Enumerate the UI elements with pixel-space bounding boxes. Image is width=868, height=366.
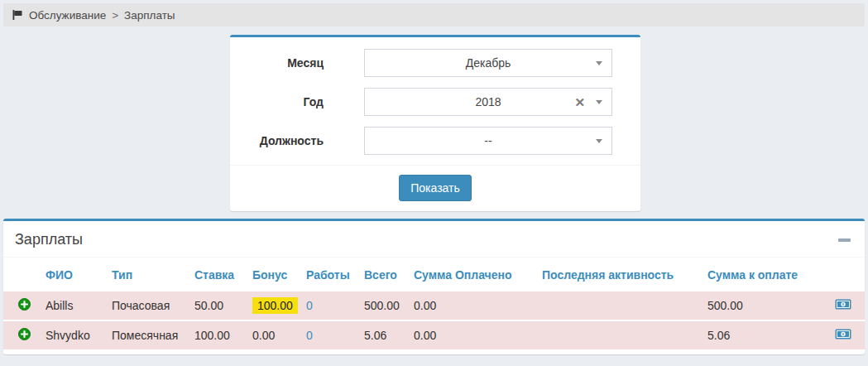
chevron-down-icon: [596, 100, 602, 104]
bonus-highlight: 100.00: [252, 297, 298, 314]
salaries-panel: Зарплаты ФИО Тип Ставка Бонус Работы Все…: [3, 219, 865, 354]
year-select[interactable]: 2018 ✕: [364, 88, 612, 116]
breadcrumb: Обслуживание > Зарплаты: [3, 3, 865, 26]
works-link[interactable]: 0: [306, 329, 313, 342]
position-select-value: --: [484, 134, 492, 147]
pay-money-icon[interactable]: [835, 299, 851, 310]
cell-last-activity: [542, 320, 707, 349]
header-type[interactable]: Тип: [112, 258, 194, 291]
breadcrumb-item-salaries: Зарплаты: [124, 9, 175, 22]
field-row-position: Должность --: [230, 127, 640, 155]
header-actions: [827, 258, 865, 291]
header-rate[interactable]: Ставка: [194, 258, 252, 291]
header-paid[interactable]: Сумма Оплачено: [414, 258, 542, 291]
field-row-year: Год 2018 ✕: [230, 88, 640, 116]
cell-bonus: 0.00: [252, 320, 306, 349]
field-row-month: Месяц Декабрь: [230, 49, 640, 77]
year-label: Год: [230, 95, 324, 108]
table-row: Abills Почасовая 50.00 100.00 0 500.00 0…: [3, 291, 865, 320]
position-label: Должность: [230, 134, 324, 147]
salaries-table: ФИО Тип Ставка Бонус Работы Всего Сумма …: [3, 258, 865, 349]
table-header-row: ФИО Тип Ставка Бонус Работы Всего Сумма …: [3, 258, 865, 291]
cell-to-pay: 500.00: [707, 291, 827, 320]
cell-type: Помесячная: [112, 320, 194, 349]
chevron-down-icon: [596, 139, 602, 143]
filter-panel: Месяц Декабрь Год 2018 ✕ Должность -- По…: [230, 35, 640, 211]
breadcrumb-item-maintenance[interactable]: Обслуживание: [29, 9, 106, 22]
salaries-panel-heading: Зарплаты: [3, 221, 865, 258]
works-link[interactable]: 0: [306, 299, 313, 312]
month-select[interactable]: Декабрь: [364, 49, 612, 77]
cell-works: 0: [306, 291, 364, 320]
table-row: Shvydko Помесячная 100.00 0.00 0 5.06 0.…: [3, 320, 865, 349]
header-expand: [3, 258, 46, 291]
filter-footer: Показать: [230, 165, 640, 211]
chevron-down-icon: [596, 61, 602, 65]
cell-rate: 100.00: [194, 320, 252, 349]
cell-paid: 0.00: [414, 320, 542, 349]
cell-bonus: 100.00: [252, 291, 306, 320]
pay-money-icon[interactable]: [835, 329, 851, 340]
year-select-value: 2018: [475, 95, 501, 108]
minus-icon: [838, 238, 851, 242]
header-works[interactable]: Работы: [306, 258, 364, 291]
expand-plus-icon[interactable]: [18, 298, 31, 311]
header-fio[interactable]: ФИО: [46, 258, 112, 291]
cell-type: Почасовая: [112, 291, 194, 320]
cell-paid: 0.00: [414, 291, 542, 320]
cell-fio: Abills: [46, 291, 112, 320]
breadcrumb-separator: >: [112, 9, 118, 22]
page-title: Зарплаты: [15, 231, 83, 248]
cell-fio: Shvydko: [46, 320, 112, 349]
month-select-value: Декабрь: [466, 56, 511, 70]
cell-to-pay: 5.06: [707, 320, 827, 349]
cell-last-activity: [542, 291, 707, 320]
cell-total: 500.00: [364, 291, 414, 320]
cell-total: 5.06: [364, 320, 414, 349]
flag-icon: [12, 9, 23, 21]
header-bonus[interactable]: Бонус: [252, 258, 306, 291]
month-label: Месяц: [230, 56, 324, 70]
header-to-pay[interactable]: Сумма к оплате: [707, 258, 827, 291]
header-last-activity[interactable]: Последняя активность: [542, 258, 707, 291]
cell-works: 0: [306, 320, 364, 349]
header-total[interactable]: Всего: [364, 258, 414, 291]
show-button[interactable]: Показать: [399, 175, 472, 201]
expand-plus-icon[interactable]: [18, 328, 31, 340]
cell-rate: 50.00: [194, 291, 252, 320]
position-select[interactable]: --: [364, 127, 612, 155]
collapse-button[interactable]: [837, 234, 851, 246]
clear-icon[interactable]: ✕: [574, 96, 585, 108]
